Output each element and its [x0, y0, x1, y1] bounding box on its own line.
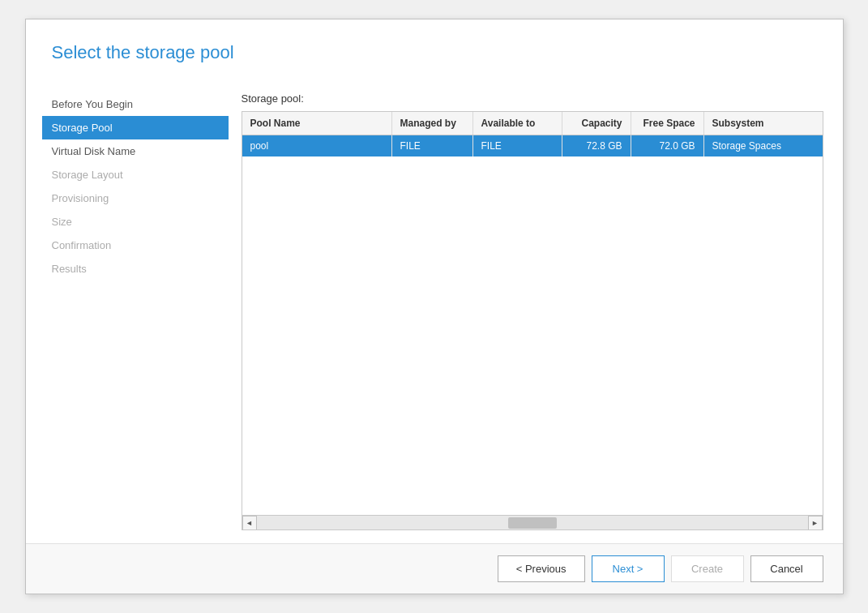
main-content: Storage pool: Pool Name Managed by Avail… — [229, 92, 843, 543]
scroll-left-button[interactable]: ◄ — [242, 516, 257, 530]
main-dialog: Select the storage pool Before You Begin… — [25, 19, 844, 594]
sidebar-item-virtual-disk-name[interactable]: Virtual Disk Name — [42, 139, 229, 163]
table-header: Pool Name Managed by Available to Capaci… — [242, 112, 823, 135]
sidebar-item-confirmation: Confirmation — [42, 234, 229, 257]
previous-button[interactable]: < Previous — [498, 555, 585, 582]
scroll-track[interactable] — [257, 516, 808, 529]
cell-managed-by: FILE — [392, 135, 473, 156]
col-header-pool-name: Pool Name — [242, 112, 392, 135]
sidebar-item-storage-layout: Storage Layout — [42, 163, 229, 186]
dialog-body: Before You Begin Storage Pool Virtual Di… — [26, 79, 843, 543]
cell-available-to: FILE — [473, 135, 562, 156]
storage-pool-table: Pool Name Managed by Available to Capaci… — [242, 111, 823, 530]
col-header-free-space: Free Space — [631, 112, 704, 135]
dialog-header: Select the storage pool — [26, 19, 843, 79]
sidebar-item-before-you-begin[interactable]: Before You Begin — [42, 92, 229, 116]
scroll-thumb[interactable] — [508, 517, 557, 529]
table-row[interactable]: pool FILE FILE 72.8 GB 72.0 GB Storage S… — [242, 135, 823, 156]
col-header-capacity: Capacity — [562, 112, 631, 135]
sidebar-item-size: Size — [42, 210, 229, 234]
cell-subsystem: Storage Spaces — [704, 135, 823, 156]
col-header-available-to: Available to — [473, 112, 562, 135]
cell-pool-name: pool — [242, 135, 392, 156]
sidebar: Before You Begin Storage Pool Virtual Di… — [26, 92, 229, 543]
scroll-right-button[interactable]: ► — [808, 516, 823, 530]
cell-capacity: 72.8 GB — [562, 135, 631, 156]
dialog-title: Select the storage pool — [52, 42, 817, 63]
section-label: Storage pool: — [242, 92, 823, 105]
sidebar-item-results: Results — [42, 257, 229, 281]
horizontal-scrollbar[interactable]: ◄ ► — [242, 515, 823, 529]
dialog-footer: < Previous Next > Create Cancel — [26, 543, 843, 594]
create-button[interactable]: Create — [671, 555, 744, 582]
cancel-button[interactable]: Cancel — [750, 555, 823, 582]
sidebar-item-provisioning: Provisioning — [42, 186, 229, 210]
col-header-managed-by: Managed by — [392, 112, 473, 135]
next-button[interactable]: Next > — [592, 555, 665, 582]
col-header-subsystem: Subsystem — [704, 112, 823, 135]
cell-free-space: 72.0 GB — [631, 135, 704, 156]
sidebar-item-storage-pool[interactable]: Storage Pool — [42, 116, 229, 139]
table-body: pool FILE FILE 72.8 GB 72.0 GB Storage S… — [242, 135, 823, 515]
